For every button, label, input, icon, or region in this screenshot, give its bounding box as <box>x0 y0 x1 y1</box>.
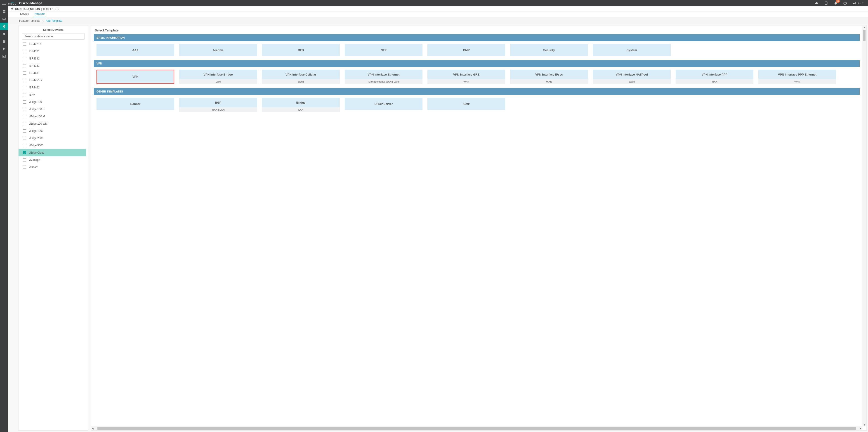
device-row[interactable]: vManage <box>19 156 86 164</box>
nav-maintenance-icon[interactable] <box>0 37 8 45</box>
template-tile[interactable]: DHCP Server <box>345 98 423 112</box>
template-tile[interactable]: VPN Interface GREWAN <box>428 70 505 84</box>
tab-feature[interactable]: Feature <box>34 11 46 17</box>
device-row[interactable]: vEdge 100 <box>19 98 86 106</box>
device-search-input[interactable] <box>22 33 85 39</box>
template-tile[interactable]: VPN Interface PPP EthernetWAN <box>758 70 836 84</box>
device-row[interactable]: ISR4431 <box>19 69 86 77</box>
nav-config-icon[interactable] <box>0 23 8 30</box>
tile-subtitle: WAN <box>758 79 836 84</box>
nav-analytics-icon[interactable] <box>0 53 8 60</box>
device-row[interactable]: ISR4351 <box>19 62 86 69</box>
checkbox-icon[interactable] <box>23 129 26 133</box>
svg-rect-6 <box>3 18 5 20</box>
device-list[interactable]: ISR4221XISR4321ISR4331ISR4351ISR4431ISR4… <box>19 40 86 430</box>
device-label: vEdge 100 <box>29 100 42 104</box>
tasks-icon[interactable] <box>824 1 828 5</box>
template-tile[interactable]: IGMP <box>428 98 505 112</box>
scroll-thumb[interactable] <box>863 30 866 41</box>
device-row[interactable]: ISR4221X <box>19 40 86 48</box>
checkbox-icon[interactable] <box>23 42 26 46</box>
device-row[interactable]: vEdge 100 B <box>19 106 86 113</box>
nav-admin-icon[interactable] <box>0 45 8 53</box>
section-vpn: VPN <box>94 60 860 67</box>
template-tile[interactable]: BFD <box>262 44 340 56</box>
device-row[interactable]: vSmart <box>19 164 86 171</box>
tab-device[interactable]: Device <box>19 11 30 17</box>
checkbox-icon[interactable] <box>23 71 26 75</box>
notification-badge: 14 <box>836 0 840 3</box>
template-tile[interactable]: VPN Interface IPsecWAN <box>510 70 588 84</box>
device-label: vEdge 100 M <box>29 115 45 118</box>
nav-monitor-icon[interactable] <box>0 15 8 23</box>
checkbox-icon[interactable] <box>23 151 26 154</box>
template-tile[interactable]: NTP <box>345 44 423 56</box>
template-tile[interactable]: VPN Interface CellularWAN <box>262 70 340 84</box>
template-tile[interactable]: BGPWAN | LAN <box>179 98 257 112</box>
checkbox-icon[interactable] <box>23 86 26 89</box>
template-tile[interactable]: Security <box>510 44 588 56</box>
device-row[interactable]: ISRv <box>19 91 86 98</box>
checkbox-icon[interactable] <box>23 108 26 111</box>
checkbox-icon[interactable] <box>23 144 26 147</box>
scroll-down-icon[interactable]: ▼ <box>863 423 866 426</box>
scroll-left-icon[interactable]: ◀ <box>91 427 94 430</box>
cloud-icon[interactable] <box>815 1 819 5</box>
device-row[interactable]: ISR4451-X <box>19 77 86 84</box>
user-menu[interactable]: admin ▼ <box>852 2 864 5</box>
device-row[interactable]: ISR4331 <box>19 55 86 62</box>
device-row[interactable]: vEdge 100 WM <box>19 120 86 127</box>
template-tile[interactable]: OMP <box>428 44 505 56</box>
template-tile[interactable]: BridgeLAN <box>262 98 340 112</box>
device-label: ISR4451-X <box>29 79 42 82</box>
svg-rect-3 <box>4 10 5 11</box>
template-tile[interactable]: VPN Interface BridgeLAN <box>179 70 257 84</box>
template-tile[interactable]: System <box>593 44 671 56</box>
template-tile[interactable]: VPN Interface PPPWAN <box>676 70 753 84</box>
select-devices-panel: Select Devices ISR4221XISR4321ISR4331ISR… <box>18 26 88 431</box>
tile-title: Security <box>510 44 588 56</box>
tile-title: IGMP <box>428 98 505 110</box>
checkbox-icon[interactable] <box>23 50 26 53</box>
help-icon[interactable] <box>843 1 847 5</box>
device-row[interactable]: vEdge 1000 <box>19 127 86 135</box>
checkbox-icon[interactable] <box>23 166 26 169</box>
nav-dashboard-icon[interactable] <box>0 8 8 15</box>
checkbox-icon[interactable] <box>23 57 26 60</box>
device-row[interactable]: vEdge 100 M <box>19 113 86 120</box>
checkbox-icon[interactable] <box>23 100 26 104</box>
device-row[interactable]: vEdge Cloud <box>19 149 86 156</box>
template-tile[interactable]: Archive <box>179 44 257 56</box>
template-tile[interactable]: Banner <box>96 98 174 112</box>
nav-tools-icon[interactable] <box>0 30 8 37</box>
horizontal-scrollbar[interactable]: ◀ ▶ <box>91 426 862 430</box>
device-row[interactable]: vEdge 2000 <box>19 135 86 142</box>
template-tile[interactable]: VPN Interface EthernetManagement | WAN |… <box>345 70 423 84</box>
checkbox-icon[interactable] <box>23 137 26 140</box>
checkbox-icon[interactable] <box>23 122 26 125</box>
tile-subtitle: WAN <box>510 79 588 84</box>
hamburger-icon[interactable] <box>2 2 6 4</box>
device-label: ISR4431 <box>29 71 39 75</box>
device-row[interactable]: ISR4461 <box>19 84 86 91</box>
device-label: vEdge 100 WM <box>29 122 48 125</box>
checkbox-icon[interactable] <box>23 115 26 118</box>
template-tile[interactable]: VPN Interface NATPoolWAN <box>593 70 671 84</box>
hscroll-thumb[interactable] <box>97 427 856 430</box>
template-tile[interactable]: VPN <box>96 70 174 84</box>
checkbox-icon[interactable] <box>23 79 26 82</box>
tile-title: DHCP Server <box>345 98 423 110</box>
template-tile[interactable]: AAA <box>96 44 174 56</box>
device-row[interactable]: ISR4321 <box>19 48 86 55</box>
scroll-right-icon[interactable]: ▶ <box>859 427 862 430</box>
notification-bell-icon[interactable]: 14 <box>834 1 838 5</box>
checkbox-icon[interactable] <box>23 93 26 96</box>
vertical-scrollbar[interactable]: ▲ ▼ <box>862 26 866 426</box>
tile-subtitle: WAN <box>428 79 505 84</box>
checkbox-icon[interactable] <box>23 64 26 67</box>
device-row[interactable]: vEdge 5000 <box>19 142 86 149</box>
crumb-feature-template[interactable]: Feature Template <box>19 19 40 22</box>
checkbox-icon[interactable] <box>23 158 26 162</box>
scroll-up-icon[interactable]: ▲ <box>863 26 866 29</box>
svg-rect-2 <box>3 10 4 11</box>
